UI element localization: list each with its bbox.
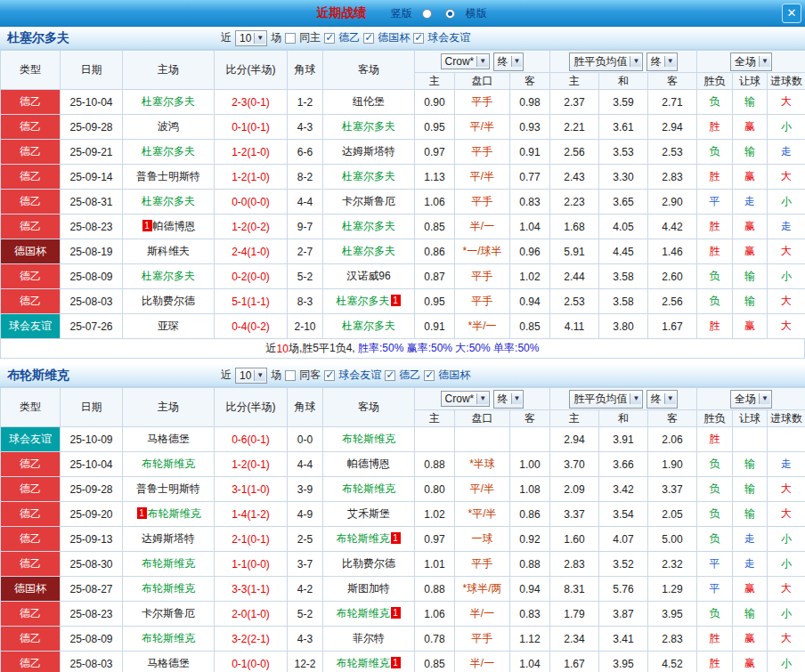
away-team-name[interactable]: 纽伦堡 [353, 95, 385, 108]
away-team-name[interactable]: 杜塞尔多夫 [342, 245, 395, 257]
home-team-name[interactable]: 帕德博恩 [153, 220, 196, 232]
away-team-name[interactable]: 布轮斯维克 [342, 482, 395, 495]
col-type: 类型 [1, 388, 61, 427]
home-team-name[interactable]: 亚琛 [158, 320, 179, 332]
result-handicap: 输 [733, 477, 768, 502]
home-team-name[interactable]: 卡尔斯鲁厄 [142, 607, 195, 619]
home-team-name[interactable]: 布轮斯维克 [142, 557, 195, 570]
away-team-name[interactable]: 达姆斯塔特 [342, 145, 395, 158]
away-team-cell: 汉诺威96 [323, 264, 415, 289]
result-goals: 大 [768, 90, 805, 115]
col-odds-away: 客 [510, 410, 550, 427]
away-team-name[interactable]: 帕德博恩 [347, 457, 390, 470]
match-count-select[interactable]: 10▼ [235, 30, 267, 46]
dialog-title: 近期战绩 [316, 5, 366, 20]
home-team-name[interactable]: 杜塞尔多夫 [142, 95, 195, 108]
corners-value: 8-3 [288, 289, 323, 314]
league-checkbox-friendly[interactable] [324, 370, 335, 381]
result-handicap: 输 [733, 264, 768, 289]
home-team-cell: 普鲁士明斯特 [123, 165, 215, 190]
home-team-name[interactable]: 马格德堡 [147, 657, 190, 669]
result-handicap: 输 [733, 289, 768, 314]
home-team-name[interactable]: 布轮斯维克 [142, 582, 195, 595]
same-venue-checkbox[interactable] [285, 370, 296, 381]
away-team-name[interactable]: 斯图加特 [347, 582, 390, 595]
home-team-name[interactable]: 波鸿 [158, 120, 179, 133]
chevron-down-icon: ▼ [664, 56, 676, 67]
col-odds-home: 主 [415, 410, 455, 427]
away-team-name[interactable]: 杜塞尔多夫 [342, 170, 395, 182]
scope-select[interactable]: 全场▼ [730, 390, 772, 409]
odds-home-value: 1.06 [415, 190, 455, 215]
away-team-name[interactable]: 布轮斯维克 [337, 607, 390, 619]
bookmaker-select-value: Crow* [445, 393, 475, 405]
same-venue-checkbox[interactable] [285, 33, 296, 44]
avg-stage-select[interactable]: 终▼ [646, 53, 678, 71]
league-badge: 德乙 [1, 215, 61, 239]
home-team-cell: 波鸿 [123, 115, 215, 140]
away-team-cell: 杜塞尔多夫 [323, 115, 415, 140]
odds-stage-select[interactable]: 终▼ [493, 390, 524, 409]
league-checkbox-de2[interactable] [385, 370, 395, 381]
home-team-name[interactable]: 达姆斯塔特 [142, 532, 195, 545]
avg-home-value: 4.11 [550, 314, 599, 339]
away-team-name[interactable]: 比勒费尔德 [342, 557, 395, 570]
odds-home-value: 0.88 [415, 577, 455, 602]
result-wdl: 负 [697, 502, 733, 527]
corners-value: 5-2 [288, 602, 323, 627]
bookmaker-select[interactable]: Crow*▼ [441, 391, 491, 407]
away-team-name[interactable]: 艾禾斯堡 [347, 507, 390, 520]
league-checkbox-cup[interactable] [363, 33, 374, 44]
odds-home-value: 0.90 [415, 90, 455, 115]
home-team-name[interactable]: 普鲁士明斯特 [136, 482, 200, 495]
match-count-select[interactable]: 10▼ [235, 368, 267, 384]
bookmaker-select[interactable]: Crow*▼ [441, 53, 491, 69]
away-team-name[interactable]: 汉诺威96 [346, 270, 390, 282]
avg-stage-select[interactable]: 终▼ [646, 390, 678, 409]
odds-stage-select[interactable]: 终▼ [493, 53, 524, 71]
home-team-name[interactable]: 马格德堡 [147, 433, 190, 445]
avg-draw-value: 3.65 [599, 190, 648, 215]
away-team-name[interactable]: 杜塞尔多夫 [342, 320, 395, 332]
away-team-name[interactable]: 布轮斯维克 [337, 532, 390, 545]
home-team-name[interactable]: 普鲁士明斯特 [136, 170, 200, 182]
avg-away-value: 2.56 [648, 289, 697, 314]
vertical-layout-radio[interactable] [422, 9, 432, 19]
result-handicap: 赢 [733, 165, 768, 190]
away-team-name[interactable]: 布轮斯维克 [337, 657, 390, 669]
home-team-name[interactable]: 杜塞尔多夫 [142, 195, 195, 207]
away-team-name[interactable]: 杜塞尔多夫 [342, 220, 395, 232]
close-button[interactable]: ✕ [782, 4, 801, 23]
league-badge: 德乙 [1, 115, 61, 140]
home-team-name[interactable]: 布轮斯维克 [148, 507, 201, 520]
league-badge: 德国杯 [1, 577, 61, 602]
away-team-name[interactable]: 杜塞尔多夫 [342, 120, 395, 133]
avg-select[interactable]: 胜平负均值▼ [569, 390, 643, 409]
scope-select[interactable]: 全场▼ [730, 53, 772, 71]
home-team-name[interactable]: 斯科维夫 [147, 245, 190, 257]
away-team-name[interactable]: 布轮斯维克 [342, 433, 395, 445]
league-checkbox-de2[interactable] [324, 33, 335, 44]
avg-select[interactable]: 胜平负均值▼ [569, 53, 643, 71]
home-team-name[interactable]: 布轮斯维克 [142, 632, 195, 644]
result-wdl: 负 [697, 477, 733, 502]
odds-home-value: 0.78 [415, 627, 455, 652]
horizontal-layout-radio[interactable] [445, 9, 455, 19]
odds-home-value: 0.88 [415, 452, 455, 477]
handicap-line-value: 平手 [455, 552, 510, 577]
league-checkbox-cup[interactable] [424, 370, 435, 381]
scope-select-value: 全场 [735, 392, 756, 407]
away-team-name[interactable]: 菲尔特 [353, 632, 385, 644]
match-score: 0-2(0-0) [215, 264, 288, 289]
odds-home-value: 1.01 [415, 552, 455, 577]
home-team-name[interactable]: 比勒费尔德 [142, 295, 195, 307]
away-team-name[interactable]: 卡尔斯鲁厄 [342, 195, 395, 207]
home-team-name[interactable]: 杜塞尔多夫 [142, 145, 195, 158]
league-checkbox-friendly[interactable] [413, 33, 424, 44]
home-team-name[interactable]: 布轮斯维克 [142, 457, 195, 470]
away-team-name[interactable]: 杜塞尔多夫 [337, 295, 390, 307]
col-odds-line: 盘口 [455, 73, 510, 90]
avg-draw-value: 5.76 [599, 577, 648, 602]
corners-value: 4-3 [288, 115, 323, 140]
home-team-name[interactable]: 杜塞尔多夫 [142, 270, 195, 282]
